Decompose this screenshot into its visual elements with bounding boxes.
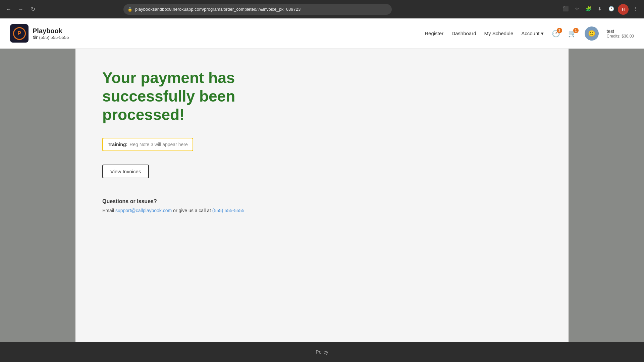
avatar: 🙂: [585, 26, 599, 41]
training-note: Reg Note 3 will appear here: [129, 142, 188, 147]
notification-button[interactable]: 🕐 1: [552, 29, 560, 38]
user-name: test: [607, 28, 614, 34]
nav-register[interactable]: Register: [425, 31, 443, 36]
brand-logo: P: [10, 24, 29, 43]
url-bar[interactable]: 🔒 playbooksandbox8.herokuapp.com/program…: [123, 4, 392, 15]
policy-link[interactable]: Policy: [316, 349, 328, 355]
navbar-right: Register Dashboard My Schedule Account ▾…: [425, 26, 634, 41]
footer: Policy: [0, 342, 644, 362]
notification-badge: 1: [557, 28, 562, 33]
history-button[interactable]: 🕐: [606, 4, 616, 13]
downloads-button[interactable]: ⬇: [595, 4, 604, 13]
success-heading-line1: Your payment has successfully been: [102, 69, 235, 105]
browser-profile-button[interactable]: H: [618, 4, 629, 15]
training-label: Training:: [108, 142, 127, 147]
navbar: P Playbook ☎ (555) 555-5555 Register Das…: [0, 18, 644, 49]
success-heading-line2: processed!: [102, 106, 184, 123]
cast-button[interactable]: ⬛: [561, 4, 570, 13]
navbar-brand: P Playbook ☎ (555) 555-5555: [10, 24, 69, 43]
nav-dashboard[interactable]: Dashboard: [451, 31, 476, 36]
forward-button[interactable]: →: [16, 5, 25, 14]
bookmark-button[interactable]: ☆: [572, 4, 582, 13]
back-button[interactable]: ←: [4, 5, 13, 14]
brand-name: Playbook: [33, 27, 69, 35]
training-box-wrapper: Training: Reg Note 3 will appear here: [102, 138, 542, 158]
left-panel: [0, 49, 75, 342]
browser-chrome: ← → ↻ 🔒 playbooksandbox8.herokuapp.com/p…: [0, 0, 644, 18]
view-invoices-wrapper: View Invoices: [102, 165, 542, 188]
refresh-button[interactable]: ↻: [28, 5, 38, 14]
view-invoices-button[interactable]: View Invoices: [102, 165, 149, 178]
success-heading: Your payment has successfully been proce…: [102, 69, 330, 124]
support-phone-link[interactable]: (555) 555-5555: [212, 208, 245, 213]
cart-badge: 1: [573, 28, 579, 33]
right-panel: [569, 49, 644, 342]
brand-text: Playbook ☎ (555) 555-5555: [33, 27, 69, 40]
support-email-link[interactable]: support@callplaybook.com: [115, 208, 172, 213]
questions-middle: or give us a call at: [172, 208, 212, 213]
training-box: Training: Reg Note 3 will appear here: [102, 138, 193, 151]
browser-actions: ⬛ ☆ 🧩 ⬇ 🕐 H ⋮: [561, 4, 640, 15]
url-text: playbooksandbox8.herokuapp.com/programs/…: [135, 7, 301, 12]
brand-logo-inner: P: [13, 27, 26, 40]
content-area: Your payment has successfully been proce…: [0, 49, 644, 342]
user-info: test Credits: $30.00: [607, 28, 634, 39]
questions-heading: Questions or Issues?: [102, 198, 542, 204]
cart-button[interactable]: 🛒 1: [568, 29, 577, 38]
user-credits: Credits: $30.00: [607, 34, 634, 39]
nav-account[interactable]: Account ▾: [521, 31, 543, 37]
questions-text: Email support@callplaybook.com or give u…: [102, 208, 542, 213]
menu-button[interactable]: ⋮: [631, 4, 640, 13]
nav-my-schedule[interactable]: My Schedule: [484, 31, 514, 36]
main-content: Your payment has successfully been proce…: [75, 49, 569, 342]
page-wrapper: P Playbook ☎ (555) 555-5555 Register Das…: [0, 18, 644, 362]
extensions-button[interactable]: 🧩: [584, 4, 593, 13]
questions-prefix: Email: [102, 208, 115, 213]
brand-phone: ☎ (555) 555-5555: [33, 35, 69, 40]
